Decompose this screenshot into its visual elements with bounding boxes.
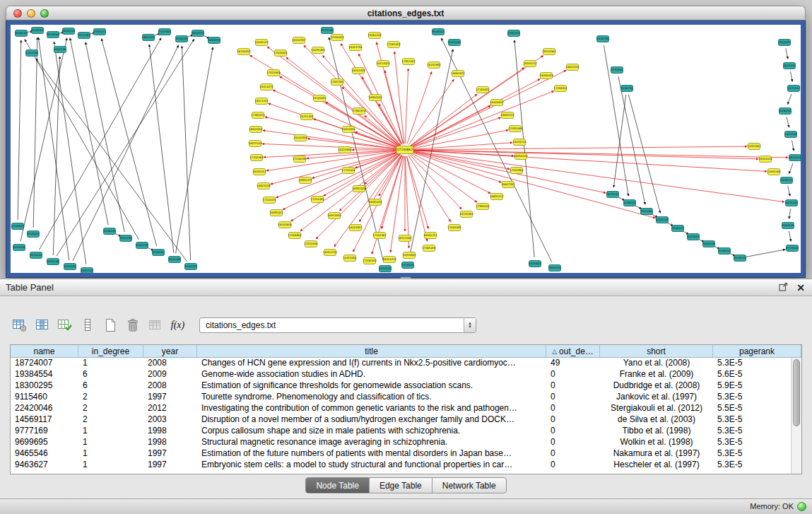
graph-node[interactable]: 8356204 xyxy=(94,29,107,35)
window-titlebar[interactable]: citations_edges.txt xyxy=(6,6,806,21)
graph-node[interactable]: 9246350 xyxy=(185,264,198,270)
graph-node[interactable]: 18647091 xyxy=(501,182,515,188)
graph-node[interactable]: 17595286 xyxy=(508,126,522,132)
graph-node[interactable]: 17648205 xyxy=(273,50,288,57)
graph-node[interactable]: 16820415 xyxy=(500,112,514,119)
graph-node[interactable]: 9346205 xyxy=(176,36,189,42)
graph-node[interactable]: 9634502 xyxy=(433,29,445,35)
graph-node[interactable]: 16034258 xyxy=(758,156,772,163)
graph-node[interactable]: 8462530 xyxy=(136,243,149,249)
graph-node[interactable]: 17710453 xyxy=(341,168,355,174)
graph-node[interactable]: 16534062 xyxy=(542,49,556,55)
graph-node[interactable]: 18513455 xyxy=(398,235,412,242)
graph-node[interactable]: 17254402 xyxy=(310,197,324,203)
graph-node[interactable]: 17154376 xyxy=(262,197,276,204)
graph-node[interactable]: 8346250 xyxy=(779,108,792,115)
network-select[interactable]: citations_edges.txt ▲ ▼ xyxy=(199,317,476,333)
graph-node[interactable]: 16453708 xyxy=(348,45,363,51)
import-table-button[interactable] xyxy=(146,317,165,334)
graph-node[interactable]: 17253046 xyxy=(304,241,318,247)
graph-node[interactable]: 9264530 xyxy=(208,37,221,44)
graph-node[interactable]: 8734062 xyxy=(611,67,624,74)
graph-node[interactable]: 16916432 xyxy=(514,153,528,160)
graph-node[interactable]: 16721405 xyxy=(300,114,314,120)
graph-node[interactable]: 8453620 xyxy=(688,234,700,240)
graph-node[interactable]: 18453062 xyxy=(343,255,357,262)
graph-node[interactable]: 18185823 xyxy=(312,95,326,102)
graph-node[interactable]: 8534206 xyxy=(169,257,182,263)
table-row[interactable]: 1872400712008Changes of HCN gene express… xyxy=(11,358,791,369)
close-panel-button[interactable]: ✕ xyxy=(796,283,805,293)
table-row[interactable]: 2242004622012Investigating the contribut… xyxy=(11,403,791,414)
scrollbar-thumb[interactable] xyxy=(793,359,800,426)
graph-node[interactable]: 17360254 xyxy=(251,112,265,119)
graph-node[interactable]: 18224605 xyxy=(338,147,352,153)
graph-node[interactable]: 17546320 xyxy=(363,258,377,264)
graph-node[interactable]: 9264350 xyxy=(549,265,562,271)
graph-node[interactable]: 9346251 xyxy=(672,226,685,232)
graph-node[interactable]: 16250417 xyxy=(252,169,266,175)
graph-node[interactable]: 17993542 xyxy=(476,204,490,210)
graph-node[interactable]: 15845306 xyxy=(767,169,781,175)
graph-node[interactable]: 8625034 xyxy=(789,155,801,161)
network-canvas[interactable]: 1724086218563972182559021792438718114025… xyxy=(11,25,801,273)
column-header-out-degree[interactable]: △ out_de… xyxy=(546,345,600,357)
graph-node[interactable]: 8354620 xyxy=(379,266,392,272)
table-settings-button[interactable] xyxy=(10,317,29,334)
table-row[interactable]: 911546021997Tourette syndrome. Phenomeno… xyxy=(11,392,791,403)
graph-node[interactable]: 18356420 xyxy=(539,73,553,79)
graph-node[interactable]: 9253461 xyxy=(78,33,91,39)
graph-node[interactable]: 17236190 xyxy=(293,156,307,163)
graph-node[interactable]: 16354720 xyxy=(323,250,337,256)
graph-node[interactable]: 17526904 xyxy=(288,233,302,239)
graph-node[interactable]: 9245042 xyxy=(734,255,747,262)
graph-node[interactable]: 16841605 xyxy=(341,127,355,133)
graph-node[interactable]: 17845095 xyxy=(447,225,461,231)
graph-node[interactable]: 8162304 xyxy=(508,30,521,37)
graph-node[interactable]: 17465203 xyxy=(422,245,436,252)
graph-node[interactable]: 17036425 xyxy=(330,35,344,41)
graph-node[interactable]: 18955475 xyxy=(298,177,312,184)
graph-node[interactable]: 9453260 xyxy=(64,264,77,270)
graph-node[interactable]: 9253406 xyxy=(120,235,133,242)
graph-node[interactable]: 9679197 xyxy=(607,192,620,198)
graph-node[interactable]: 9346025 xyxy=(28,231,40,238)
graph-node[interactable]: 8346520 xyxy=(624,200,637,206)
graph-node[interactable]: 16045237 xyxy=(523,61,537,67)
graph-node[interactable]: 8572346 xyxy=(322,28,334,34)
table-row[interactable]: 946362711997Embryonic stem cells: a mode… xyxy=(11,460,791,471)
graph-node[interactable]: 8625304 xyxy=(784,63,796,69)
graph-node[interactable]: 8453206 xyxy=(786,200,799,206)
graph-node[interactable]: 18064528 xyxy=(368,95,382,101)
table-row[interactable]: 1938455462009Genome-wide association stu… xyxy=(11,369,791,380)
close-window-button[interactable] xyxy=(13,9,22,18)
graph-node[interactable]: 18514437 xyxy=(254,98,269,105)
graph-node[interactable]: 9446794 xyxy=(597,36,610,42)
graph-node[interactable]: 16342057 xyxy=(292,37,306,44)
graph-node[interactable]: 18205463 xyxy=(311,47,325,54)
column-header-pagerank[interactable]: pagerank xyxy=(713,345,801,357)
graph-node[interactable]: 17025809 xyxy=(266,70,281,76)
graph-node[interactable]: 8453602 xyxy=(529,261,542,267)
graph-node[interactable]: 17456032 xyxy=(553,86,567,92)
table-row[interactable]: 1456911722003Disruption of a novel membe… xyxy=(11,414,791,426)
graph-node[interactable]: 9046530 xyxy=(16,30,28,37)
graph-node[interactable]: 18216134 xyxy=(512,139,526,146)
graph-node[interactable]: 8772640 xyxy=(787,245,799,252)
graph-node[interactable]: 18354602 xyxy=(402,252,416,259)
column-visibility-button[interactable] xyxy=(33,317,52,334)
graph-node[interactable]: 8645203 xyxy=(63,28,76,35)
graph-node[interactable]: 17265403 xyxy=(387,42,401,48)
graph-node[interactable]: 9453208 xyxy=(785,132,798,138)
graph-node[interactable]: 8346205 xyxy=(104,228,117,235)
graph-node[interactable]: 17081972 xyxy=(352,108,366,115)
graph-node[interactable]: 15934087 xyxy=(747,144,761,150)
graph-node[interactable]: 18150364 xyxy=(459,211,473,218)
graph-node[interactable]: 8134620 xyxy=(12,223,25,230)
network-graph[interactable]: 1724086218563972182559021792438718114025… xyxy=(11,25,801,273)
graph-node[interactable]: 18440375 xyxy=(254,40,269,46)
graph-node[interactable]: 16604217 xyxy=(490,194,504,200)
graph-node[interactable]: 17503964 xyxy=(510,168,524,174)
graph-node[interactable]: 17924387 xyxy=(401,59,416,65)
graph-node[interactable]: 8453026 xyxy=(13,245,26,251)
